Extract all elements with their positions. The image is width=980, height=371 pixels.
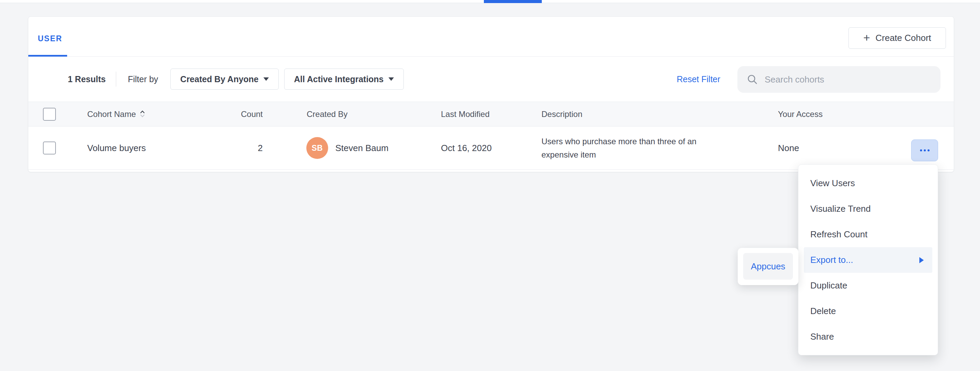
tab-user[interactable]: USER — [38, 34, 62, 43]
active-tab-indicator — [484, 0, 542, 3]
plus-icon: + — [863, 32, 870, 43]
create-cohort-label: Create Cohort — [875, 33, 931, 43]
column-description: Description — [541, 102, 582, 126]
row-actions-button[interactable] — [911, 140, 938, 161]
top-nav-strip — [0, 0, 980, 3]
cell-last-modified: Oct 16, 2020 — [441, 126, 492, 169]
search-icon — [747, 74, 758, 85]
create-cohort-button[interactable]: + Create Cohort — [848, 27, 946, 49]
menu-item-share[interactable]: Share — [804, 324, 932, 350]
reset-filter-link[interactable]: Reset Filter — [677, 57, 720, 102]
menu-item-refresh-count[interactable]: Refresh Count — [804, 221, 932, 247]
search-input[interactable] — [765, 74, 928, 85]
tab-bar: USER + Create Cohort — [28, 17, 954, 57]
caret-down-icon — [263, 77, 269, 81]
cohort-name-link[interactable]: Volume buyers — [87, 126, 146, 169]
sort-icon — [139, 103, 145, 127]
column-created-by: Created By — [307, 102, 348, 126]
filter-bar: 1 Results Filter by Created By Anyone Al… — [68, 57, 409, 102]
column-last-modified: Last Modified — [441, 102, 490, 126]
cohorts-page: USER + Create Cohort 1 Results Filter by… — [0, 0, 980, 371]
created-by-dropdown-label: Created By Anyone — [180, 74, 259, 84]
submenu-arrow-icon — [920, 257, 924, 263]
column-count: Count — [219, 102, 263, 126]
column-your-access: Your Access — [778, 102, 822, 126]
cohorts-card: USER + Create Cohort 1 Results Filter by… — [28, 16, 954, 172]
search-cohorts-box[interactable] — [737, 66, 940, 93]
menu-item-export-label: Export to... — [810, 255, 853, 265]
table-header: Cohort Name Count Created By Last Modifi… — [28, 102, 954, 126]
filter-by-label: Filter by — [128, 74, 158, 84]
caret-down-icon — [388, 77, 394, 81]
integrations-dropdown-label: All Active Integrations — [294, 74, 384, 84]
menu-item-view-users[interactable]: View Users — [804, 170, 932, 196]
row-checkbox[interactable] — [43, 142, 56, 154]
menu-item-export-to[interactable]: Export to... — [804, 247, 932, 273]
menu-item-delete[interactable]: Delete — [804, 298, 932, 324]
select-all-checkbox[interactable] — [43, 108, 56, 121]
cell-created-by: Steven Baum — [335, 126, 388, 169]
export-submenu: Appcues — [738, 248, 799, 285]
menu-item-duplicate[interactable]: Duplicate — [804, 273, 932, 298]
row-actions-menu: View Users Visualize Trend Refresh Count… — [798, 164, 938, 355]
menu-item-visualize-trend[interactable]: Visualize Trend — [804, 196, 932, 221]
tab-user-underline — [28, 55, 67, 57]
avatar: SB — [306, 137, 328, 159]
submenu-item-appcues[interactable]: Appcues — [743, 253, 793, 280]
cell-description: Users who purchase more than three of an… — [541, 135, 730, 161]
integrations-dropdown[interactable]: All Active Integrations — [284, 68, 404, 90]
cell-count: 2 — [219, 126, 263, 169]
created-by-dropdown[interactable]: Created By Anyone — [170, 68, 279, 90]
results-count: 1 Results — [68, 74, 106, 84]
three-dots-icon — [920, 150, 922, 151]
column-cohort-name[interactable]: Cohort Name — [87, 102, 145, 127]
table-row: Volume buyers 2 SB Steven Baum Oct 16, 2… — [28, 126, 954, 170]
cell-your-access: None — [778, 126, 799, 169]
